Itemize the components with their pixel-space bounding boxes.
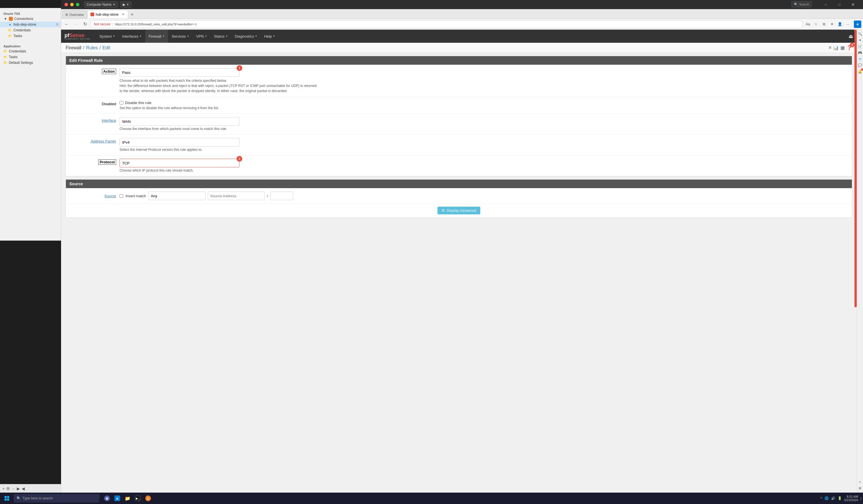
pfsense-logo: pfSense COMMUNITY EDITION [64,33,90,40]
display-advanced-row: ⚙ Display Advanced [66,204,432,217]
breadcrumb-rules[interactable]: Rules [86,45,98,50]
sidebar-label-tasks: Tasks [13,34,22,38]
nav-vpn-label: VPN [196,34,204,38]
sidebar-label-default-settings: Default Settings [9,61,33,65]
pfsense-logo-text: pfSense [64,33,85,38]
sidebar-item-hub-step-stone[interactable]: ● hub-step-stone ⇅ [0,22,61,27]
nav-system-caret: ▼ [113,35,115,38]
traffic-light-red[interactable] [64,3,68,6]
interface-help-text: Choose the interface from which packets … [120,127,432,131]
interface-label-link[interactable]: Interface [102,118,116,122]
connections-icon [9,17,13,21]
url-bar[interactable]: Not secure | https://172.16.0.20/firewal… [90,20,432,28]
address-family-label-link[interactable]: Address Family [90,139,116,143]
address-family-label: Address Family [71,138,116,143]
pfsense-page: pfSense COMMUNITY EDITION System ▼ Inter… [61,30,432,252]
refresh-button[interactable]: ↻ [81,20,89,28]
form-row-protocol: Protocol 2 TCP UDP TCP/UDP ICMP Any Choo… [66,155,432,176]
nav-status[interactable]: Status ▼ [211,30,232,43]
sidebar-item-app-credentials[interactable]: 📁 Credentials [0,49,61,54]
sidebar-heading-app: Application [0,42,61,49]
computer-name-dropdown[interactable]: Computer Name ▼ [84,1,118,8]
traffic-light-yellow[interactable] [70,3,74,6]
url-divider: | [112,22,113,26]
sidebar-label-connections: Connections [14,17,34,21]
play-icon: ▶ [123,2,125,7]
back-button[interactable]: ← [63,20,71,28]
nav-interfaces-label: Interfaces [122,34,138,38]
action-label-text: Action [102,69,116,74]
action-control: 1 Pass Block Reject Choose what to do wi… [120,68,432,93]
security-label: Not secure [94,22,110,26]
tab-active-label: hub-step-stone [96,13,118,16]
play-dropdown[interactable]: ▶ ▼ [120,1,132,8]
sidebar-item-app-tasks[interactable]: 📁 Tasks [0,54,61,60]
nav-interfaces[interactable]: Interfaces ▼ [119,30,145,43]
app-tasks-icon: 📁 [3,55,8,59]
sidebar-item-tasks[interactable]: 📁 Tasks [0,33,61,39]
left-sidebar: Oracle TSX ▼ Connections ● hub-step-ston… [0,8,61,241]
source-address-input[interactable] [208,192,265,200]
interface-select[interactable]: WAN LAN LOOPBACK [120,117,239,126]
address-bar: ← → ↻ Not secure | https://172.16.0.20/f… [61,19,432,30]
tab-active-close[interactable]: ✕ [121,13,125,16]
nav-system[interactable]: System ▼ [96,30,118,43]
tab-active-favicon [90,13,94,16]
source-type-select[interactable]: Any Single host or alias Network WAN sub… [148,192,205,200]
nav-vpn-caret: ▼ [205,35,207,38]
nav-help[interactable]: Help ▼ [261,30,279,43]
folder-icon: 📁 [8,28,12,32]
traffic-light-green[interactable] [76,3,79,6]
source-slash: / [267,194,268,198]
breadcrumb-edit[interactable]: Edit [102,45,110,50]
play-caret: ▼ [126,3,129,6]
source-controls: Invert match Any Single host or alias Ne… [120,192,432,200]
breadcrumb: Firewall / Rules / Edit [66,45,110,50]
nav-help-caret: ▼ [273,35,275,38]
action-select[interactable]: Pass Block Reject [120,68,239,77]
app-cred-icon: 📁 [3,49,8,53]
section-header-edit: Edit Firewall Rule [66,56,432,65]
nav-vpn[interactable]: VPN ▼ [192,30,211,43]
sidebar-item-default-settings[interactable]: 📁 Default Settings [0,60,61,66]
sidebar-label-app-credentials: Credentials [9,49,26,53]
nav-interfaces-caret: ▼ [139,35,142,38]
protocol-select[interactable]: TCP UDP TCP/UDP ICMP Any [120,159,239,167]
tab-overview-label: Overview [69,13,84,17]
form-row-action: Action 1 Pass Block Reject Choose what t… [66,65,432,97]
sidebar-item-connections[interactable]: ▼ Connections [0,16,61,22]
sidebar-label-app-tasks: Tasks [9,55,18,59]
invert-match-checkbox[interactable] [120,194,123,198]
breadcrumb-sep1: / [83,45,84,50]
interface-label: Interface [71,117,116,122]
tab-overview[interactable]: ⊞ Overview [62,11,87,18]
folder-expand-icon: ▼ [3,17,8,21]
address-family-select[interactable]: IPv4 IPv6 IPv4+IPv6 [120,138,239,146]
source-cidr-select[interactable]: 24 32 [270,192,293,200]
form-row-disabled: Disabled Disable this rule Set this opti… [66,97,432,114]
forward-button[interactable]: → [72,20,80,28]
nav-firewall[interactable]: Firewall ▼ [145,30,168,43]
source-label: Source [71,194,116,198]
pfsense-logo-subtitle: COMMUNITY EDITION [64,38,90,40]
nav-help-label: Help [264,34,272,38]
invert-match-label: Invert match [126,194,146,198]
nav-diagnostics[interactable]: Diagnostics ▼ [232,30,261,43]
sidebar-label-hub: hub-step-stone [13,23,36,26]
nav-status-caret: ▼ [225,35,228,38]
source-container: Source Source Invert match Any Single ho… [66,179,432,218]
default-settings-icon: 📁 [3,61,8,65]
new-tab-button[interactable]: + [128,11,136,18]
browser-area: Computer Name ▼ ▶ ▼ − □ ✕ 🔍 Search ⊞ Ove… [61,0,432,252]
nav-diagnostics-label: Diagnostics [235,34,254,38]
nav-services[interactable]: Services ▼ [168,30,192,43]
address-family-control: IPv4 IPv6 IPv4+IPv6 Select the Internet … [120,138,432,152]
sync-icon: ⇅ [56,23,59,26]
protocol-control: 2 TCP UDP TCP/UDP ICMP Any Choose which … [120,159,432,172]
source-label-link[interactable]: Source [104,194,116,198]
tab-hub-step-stone[interactable]: hub-step-stone ✕ [87,10,128,18]
disabled-control: Disable this rule Set this option to dis… [120,101,432,110]
disabled-checkbox[interactable] [120,101,123,105]
sidebar-item-credentials[interactable]: 📁 Credentials [0,27,61,33]
url-text: https://172.16.0.20/firewall_rules_edit.… [115,23,197,26]
